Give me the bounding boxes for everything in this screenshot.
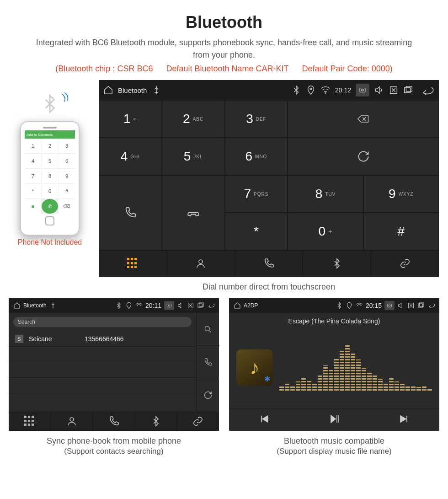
recent-apps-icon[interactable] bbox=[403, 85, 413, 95]
person-icon bbox=[66, 416, 77, 427]
recent-apps-icon[interactable] bbox=[197, 302, 204, 309]
screen-title: A2DP bbox=[244, 302, 258, 309]
back-icon[interactable] bbox=[427, 302, 435, 309]
tab-call-log[interactable] bbox=[93, 412, 135, 431]
screenshot-icon[interactable] bbox=[384, 301, 395, 310]
tab-bluetooth[interactable] bbox=[135, 412, 177, 431]
svg-point-13 bbox=[205, 326, 209, 331]
svg-point-9 bbox=[168, 305, 170, 306]
empty-row bbox=[9, 362, 196, 378]
tab-pair[interactable] bbox=[371, 250, 439, 277]
screenshot-icon[interactable] bbox=[356, 84, 369, 97]
svg-rect-11 bbox=[198, 304, 202, 307]
key-5[interactable]: 5JKL bbox=[162, 138, 225, 175]
wifi-icon bbox=[320, 85, 331, 95]
search-input[interactable]: Search bbox=[13, 317, 192, 327]
album-art: ♪✱ bbox=[236, 349, 273, 386]
key-2[interactable]: 2ABC bbox=[162, 100, 225, 138]
svg-point-14 bbox=[70, 418, 74, 421]
tab-keypad[interactable] bbox=[99, 250, 167, 277]
tab-bluetooth[interactable] bbox=[303, 250, 371, 277]
keypad-icon bbox=[127, 258, 138, 269]
prev-track-button[interactable] bbox=[259, 413, 270, 426]
svg-rect-8 bbox=[167, 304, 171, 307]
screen-title: Bluetooth bbox=[118, 86, 147, 94]
key-6[interactable]: 6MNO bbox=[225, 138, 288, 175]
tab-keypad[interactable] bbox=[9, 412, 51, 431]
home-icon[interactable] bbox=[13, 302, 21, 309]
volume-icon[interactable] bbox=[177, 302, 184, 309]
empty-row bbox=[9, 347, 196, 362]
status-bar: Bluetooth 20:11 bbox=[9, 298, 219, 313]
svg-rect-15 bbox=[387, 304, 391, 307]
key-8[interactable]: 8TUV bbox=[288, 175, 363, 213]
contacts-caption: Sync phone-book from mobile phone bbox=[47, 431, 181, 446]
home-icon[interactable] bbox=[234, 302, 241, 309]
bluetooth-icon bbox=[331, 258, 342, 269]
close-icon[interactable] bbox=[407, 302, 415, 309]
call-contact-button[interactable] bbox=[197, 345, 219, 378]
svg-point-1 bbox=[325, 93, 326, 94]
screenshot-icon[interactable] bbox=[164, 301, 174, 310]
svg-rect-18 bbox=[418, 304, 422, 307]
svg-rect-19 bbox=[420, 303, 424, 306]
home-icon[interactable] bbox=[103, 85, 113, 95]
hangup-button[interactable] bbox=[162, 175, 225, 250]
svg-rect-2 bbox=[360, 88, 365, 92]
contacts-screen: Bluetooth 20:11 Search bbox=[9, 298, 219, 431]
play-pause-button[interactable] bbox=[329, 413, 340, 426]
page-title: Bluetooth bbox=[0, 0, 448, 32]
key-hash[interactable]: # bbox=[363, 213, 439, 250]
key-9[interactable]: 9WXYZ bbox=[363, 175, 439, 213]
key-4[interactable]: 4GHI bbox=[99, 138, 162, 175]
svg-rect-6 bbox=[406, 86, 412, 91]
spec-code: Default Pair Code: 0000) bbox=[302, 64, 393, 73]
svg-point-0 bbox=[310, 88, 312, 90]
sync-button[interactable] bbox=[197, 379, 219, 412]
key-1[interactable]: 1∞ bbox=[99, 100, 162, 138]
search-button[interactable] bbox=[197, 313, 219, 345]
tab-contacts[interactable] bbox=[51, 412, 93, 431]
bottom-tabs bbox=[99, 250, 439, 277]
song-title: Escape (The Pina Colada Song) bbox=[229, 313, 439, 327]
close-icon[interactable] bbox=[389, 85, 399, 95]
key-3[interactable]: 3DEF bbox=[225, 100, 288, 138]
tab-contacts[interactable] bbox=[167, 250, 235, 277]
link-icon bbox=[192, 416, 203, 427]
status-bar: A2DP 20:15 bbox=[229, 298, 439, 313]
bluetooth-icon bbox=[115, 302, 123, 309]
key-0[interactable]: 0+ bbox=[288, 213, 363, 250]
contact-row[interactable]: S Seicane 13566664466 bbox=[9, 331, 196, 347]
volume-icon[interactable] bbox=[374, 85, 384, 95]
empty-row bbox=[9, 378, 196, 393]
redial-key[interactable] bbox=[288, 138, 439, 175]
person-icon bbox=[195, 258, 206, 269]
phone-mockup: Add to Contacts 123 456 789 *0# ■✆⌫ bbox=[20, 121, 80, 236]
phone-screen-header: Add to Contacts bbox=[25, 130, 75, 139]
recent-apps-icon[interactable] bbox=[417, 302, 425, 309]
volume-icon[interactable] bbox=[397, 302, 405, 309]
key-7[interactable]: 7PQRS bbox=[225, 175, 288, 213]
spec-line: (Bluetooth chip : CSR BC6 Default Blueto… bbox=[0, 63, 448, 80]
bluetooth-signal-icon bbox=[40, 94, 60, 118]
key-star[interactable]: * bbox=[225, 213, 288, 250]
back-icon[interactable] bbox=[418, 85, 434, 95]
tab-pair[interactable] bbox=[177, 412, 219, 431]
phone-not-included-label: Phone Not Included bbox=[18, 238, 82, 247]
svg-rect-12 bbox=[199, 303, 203, 306]
next-track-button[interactable] bbox=[399, 413, 410, 426]
back-icon[interactable] bbox=[207, 302, 214, 309]
close-icon[interactable] bbox=[187, 302, 194, 309]
spec-chip: (Bluetooth chip : CSR BC6 bbox=[55, 64, 153, 73]
music-caption-sub: (Support display music file name) bbox=[277, 446, 391, 462]
contact-number: 13566664466 bbox=[85, 335, 124, 343]
backspace-key[interactable] bbox=[288, 100, 439, 138]
svg-point-7 bbox=[199, 260, 203, 263]
spec-name: Default Bluetooth Name CAR-KIT bbox=[166, 64, 288, 73]
tab-call-log[interactable] bbox=[235, 250, 303, 277]
dial-keypad: 1∞ 2ABC 3DEF 4GHI 5JKL 6MNO 7PQRS 8TUV 9… bbox=[99, 100, 439, 250]
location-icon bbox=[306, 85, 316, 95]
call-button[interactable] bbox=[99, 175, 162, 250]
clock-time: 20:11 bbox=[145, 302, 161, 309]
wifi-icon bbox=[135, 302, 143, 309]
